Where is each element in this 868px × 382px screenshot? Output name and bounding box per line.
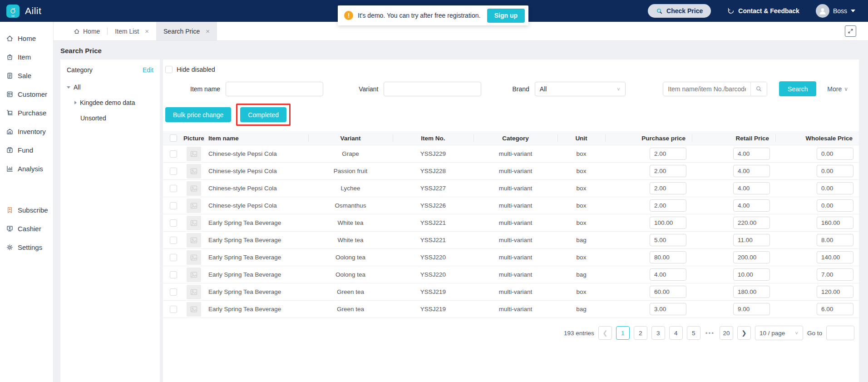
wholesale-price-input[interactable] [817, 303, 853, 315]
tab-search-price[interactable]: Search Price × [156, 22, 217, 40]
page-button-4[interactable]: 4 [669, 326, 683, 340]
table-row: Early Spring Tea Beverage White tea YSSJ… [163, 232, 859, 249]
page-button-1[interactable]: 1 [616, 326, 630, 340]
item-no-cell: YSSJ220 [393, 254, 473, 261]
retail-price-input[interactable] [733, 182, 770, 194]
purchase-price-input[interactable] [650, 148, 686, 160]
wholesale-price-input[interactable] [817, 165, 853, 177]
search-button[interactable]: Search [779, 81, 816, 96]
sidebar-item-subscribe[interactable]: Subscribe [0, 201, 53, 219]
tab-item-list[interactable]: Item List × [108, 22, 156, 40]
wholesale-price-input[interactable] [817, 182, 853, 194]
app-title: Ailit [25, 5, 41, 16]
settings-icon [6, 243, 14, 251]
search-icon[interactable] [750, 82, 767, 96]
caret-down-icon[interactable] [67, 86, 70, 89]
prev-page-button[interactable]: ❮ [598, 326, 612, 340]
select-all-checkbox[interactable] [170, 134, 177, 142]
wholesale-price-input[interactable] [817, 286, 853, 298]
sidebar-item-home[interactable]: Home [0, 29, 53, 48]
row-checkbox[interactable] [170, 168, 177, 175]
row-checkbox[interactable] [170, 150, 177, 158]
row-checkbox[interactable] [170, 202, 177, 209]
wholesale-price-input[interactable] [817, 234, 853, 246]
purchase-price-input[interactable] [650, 268, 686, 281]
page-button-20[interactable]: 20 [720, 326, 733, 340]
wholesale-price-input[interactable] [817, 148, 853, 160]
check-price-button[interactable]: Check Price [648, 4, 711, 18]
variant-cell: Osmanthus [308, 202, 393, 209]
caret-right-icon[interactable] [74, 101, 77, 104]
completed-button[interactable]: Completed [240, 107, 286, 122]
sidebar-item-customer[interactable]: Customer [0, 85, 53, 104]
expand-icon[interactable] [845, 25, 856, 37]
close-icon[interactable]: × [206, 27, 210, 35]
close-icon[interactable]: × [145, 27, 149, 35]
row-checkbox[interactable] [170, 237, 177, 244]
category-edit-link[interactable]: Edit [143, 66, 153, 74]
sidebar-item-purchase[interactable]: Purchase [0, 104, 53, 122]
purchase-price-input[interactable] [650, 286, 686, 298]
wholesale-price-input[interactable] [817, 217, 853, 229]
item-name-input[interactable] [226, 82, 323, 96]
purchase-price-input[interactable] [650, 217, 686, 229]
purchase-price-input[interactable] [650, 165, 686, 177]
sidebar-item-item[interactable]: Item [0, 48, 53, 66]
purchase-price-input[interactable] [650, 303, 686, 315]
retail-price-input[interactable] [733, 268, 770, 281]
sidebar-item-sale[interactable]: Sale [0, 66, 53, 85]
purchase-price-input[interactable] [650, 251, 686, 263]
sidebar-item-fund[interactable]: Fund [0, 141, 53, 159]
tree-item-all[interactable]: All [67, 84, 153, 91]
tab-home[interactable]: Home [66, 22, 107, 40]
contact-feedback-button[interactable]: Contact & Feedback [727, 7, 799, 15]
item-name-cell: Early Spring Tea Beverage [204, 254, 308, 261]
row-checkbox[interactable] [170, 306, 177, 313]
row-checkbox[interactable] [170, 271, 177, 278]
sidebar-item-analysis[interactable]: Analysis [0, 159, 53, 178]
keyword-search-input[interactable] [663, 82, 750, 96]
page-button-5[interactable]: 5 [687, 326, 700, 340]
row-checkbox[interactable] [170, 254, 177, 261]
wholesale-price-input[interactable] [817, 199, 853, 212]
sidebar-item-inventory[interactable]: Inventory [0, 122, 53, 141]
page-button-3[interactable]: 3 [651, 326, 665, 340]
wholesale-price-input[interactable] [817, 268, 853, 281]
more-toggle[interactable]: More ∨ [827, 85, 848, 93]
goto-page-input[interactable] [826, 326, 854, 340]
row-checkbox[interactable] [170, 185, 177, 192]
variant-input[interactable] [384, 82, 481, 96]
col-item-name: Item name [204, 131, 308, 145]
row-checkbox[interactable] [170, 219, 177, 227]
row-checkbox[interactable] [170, 288, 177, 296]
retail-price-input[interactable] [733, 199, 770, 212]
sidebar-item-settings[interactable]: Settings [0, 238, 53, 257]
retail-price-input[interactable] [733, 303, 770, 315]
brand[interactable]: Intl Ailit [6, 5, 41, 18]
image-placeholder-icon [187, 302, 201, 317]
brand-select[interactable]: All ∨ [535, 82, 626, 96]
retail-price-input[interactable] [733, 234, 770, 246]
purchase-price-input[interactable] [650, 182, 686, 194]
retail-price-input[interactable] [733, 286, 770, 298]
user-menu[interactable]: Boss [816, 4, 855, 18]
retail-price-input[interactable] [733, 148, 770, 160]
next-page-button[interactable]: ❯ [737, 326, 751, 340]
page-button-2[interactable]: 2 [634, 326, 647, 340]
pages-ellipsis[interactable]: ••• [705, 330, 715, 337]
tree-item-unsorted[interactable]: Unsorted [80, 114, 153, 122]
purchase-price-input[interactable] [650, 234, 686, 246]
hide-disabled-checkbox[interactable] [165, 66, 173, 73]
retail-price-input[interactable] [733, 217, 770, 229]
per-page-select[interactable]: 10 / page ∨ [755, 326, 803, 340]
purchase-price-input[interactable] [650, 199, 686, 212]
sidebar-item-cashier[interactable]: Cashier [0, 219, 53, 238]
sign-up-button[interactable]: Sign up [487, 9, 525, 23]
brand-label: Brand [512, 85, 529, 93]
retail-price-input[interactable] [733, 251, 770, 263]
wholesale-price-input[interactable] [817, 251, 853, 263]
unit-cell: box [557, 219, 605, 226]
tree-item-kingdee-demo-data[interactable]: Kingdee demo data [74, 99, 153, 106]
bulk-price-change-button[interactable]: Bulk price change [165, 107, 231, 122]
retail-price-input[interactable] [733, 165, 770, 177]
